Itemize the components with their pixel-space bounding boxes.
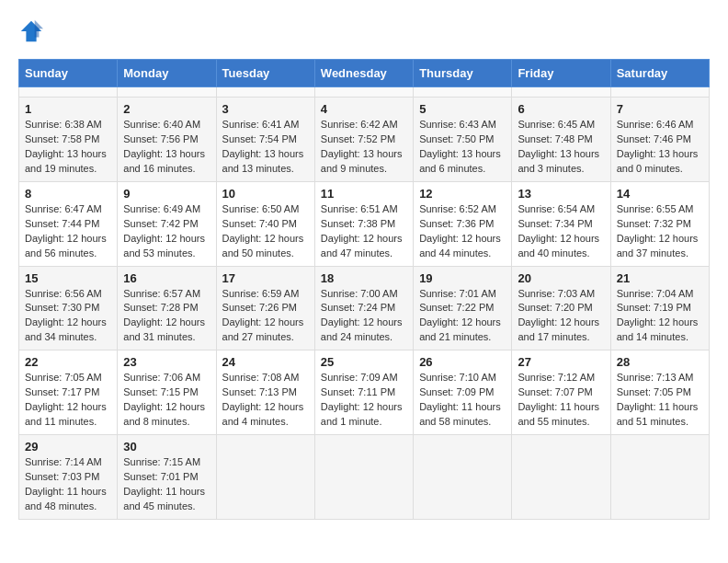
day-info: Sunrise: 6:56 AM Sunset: 7:30 PM Dayligh… <box>25 287 111 346</box>
calendar-cell: 6Sunrise: 6:45 AM Sunset: 7:48 PM Daylig… <box>512 98 610 182</box>
day-number: 5 <box>419 102 506 116</box>
calendar-cell <box>118 87 216 98</box>
day-number: 2 <box>123 102 210 116</box>
day-number: 11 <box>321 187 407 201</box>
day-info: Sunrise: 7:10 AM Sunset: 7:09 PM Dayligh… <box>419 371 506 430</box>
day-info: Sunrise: 6:50 AM Sunset: 7:40 PM Dayligh… <box>222 202 309 261</box>
day-number: 3 <box>222 102 309 116</box>
day-info: Sunrise: 6:41 AM Sunset: 7:54 PM Dayligh… <box>222 118 309 177</box>
day-number: 12 <box>419 187 506 201</box>
logo <box>18 18 48 44</box>
col-header-thursday: Thursday <box>414 60 512 87</box>
calendar-cell: 1Sunrise: 6:38 AM Sunset: 7:58 PM Daylig… <box>19 98 118 182</box>
day-number: 18 <box>321 271 407 285</box>
calendar-cell: 7Sunrise: 6:46 AM Sunset: 7:46 PM Daylig… <box>610 98 709 182</box>
day-info: Sunrise: 6:52 AM Sunset: 7:36 PM Dayligh… <box>419 202 506 261</box>
col-header-sunday: Sunday <box>19 60 118 87</box>
calendar-cell: 20Sunrise: 7:03 AM Sunset: 7:20 PM Dayli… <box>512 266 610 350</box>
day-number: 25 <box>321 355 407 369</box>
day-info: Sunrise: 6:51 AM Sunset: 7:38 PM Dayligh… <box>321 202 407 261</box>
day-info: Sunrise: 6:46 AM Sunset: 7:46 PM Dayligh… <box>617 118 703 177</box>
day-info: Sunrise: 6:38 AM Sunset: 7:58 PM Dayligh… <box>25 118 111 177</box>
col-header-tuesday: Tuesday <box>216 60 314 87</box>
calendar-cell: 28Sunrise: 7:13 AM Sunset: 7:05 PM Dayli… <box>610 350 709 435</box>
day-number: 16 <box>123 271 210 285</box>
calendar-cell: 8Sunrise: 6:47 AM Sunset: 7:44 PM Daylig… <box>19 181 118 266</box>
calendar-cell: 22Sunrise: 7:05 AM Sunset: 7:17 PM Dayli… <box>19 350 118 435</box>
calendar-week-row <box>19 87 710 98</box>
logo-icon <box>18 18 44 44</box>
day-info: Sunrise: 7:00 AM Sunset: 7:24 PM Dayligh… <box>321 287 407 346</box>
calendar-week-row: 1Sunrise: 6:38 AM Sunset: 7:58 PM Daylig… <box>19 98 710 182</box>
page-header <box>18 18 710 44</box>
calendar-cell <box>314 87 413 98</box>
day-info: Sunrise: 6:55 AM Sunset: 7:32 PM Dayligh… <box>617 202 703 261</box>
day-number: 8 <box>25 187 111 201</box>
day-info: Sunrise: 6:43 AM Sunset: 7:50 PM Dayligh… <box>419 118 506 177</box>
day-number: 20 <box>518 271 604 285</box>
calendar-cell <box>414 435 512 520</box>
day-info: Sunrise: 7:09 AM Sunset: 7:11 PM Dayligh… <box>321 371 407 430</box>
calendar-cell <box>512 87 610 98</box>
calendar-cell: 13Sunrise: 6:54 AM Sunset: 7:34 PM Dayli… <box>512 181 610 266</box>
day-info: Sunrise: 7:13 AM Sunset: 7:05 PM Dayligh… <box>617 371 703 430</box>
day-info: Sunrise: 7:01 AM Sunset: 7:22 PM Dayligh… <box>419 287 506 346</box>
day-info: Sunrise: 6:40 AM Sunset: 7:56 PM Dayligh… <box>123 118 210 177</box>
day-info: Sunrise: 7:08 AM Sunset: 7:13 PM Dayligh… <box>222 371 309 430</box>
calendar-cell: 29Sunrise: 7:14 AM Sunset: 7:03 PM Dayli… <box>19 435 118 520</box>
day-number: 23 <box>123 355 210 369</box>
day-info: Sunrise: 6:59 AM Sunset: 7:26 PM Dayligh… <box>222 287 309 346</box>
day-number: 21 <box>617 271 703 285</box>
day-number: 13 <box>518 187 604 201</box>
day-number: 27 <box>518 355 604 369</box>
day-info: Sunrise: 7:04 AM Sunset: 7:19 PM Dayligh… <box>617 287 703 346</box>
day-number: 14 <box>617 187 703 201</box>
calendar-table: SundayMondayTuesdayWednesdayThursdayFrid… <box>18 59 710 520</box>
col-header-friday: Friday <box>512 60 610 87</box>
calendar-cell <box>414 87 512 98</box>
day-number: 30 <box>123 440 210 454</box>
calendar-cell: 18Sunrise: 7:00 AM Sunset: 7:24 PM Dayli… <box>314 266 413 350</box>
day-info: Sunrise: 6:42 AM Sunset: 7:52 PM Dayligh… <box>321 118 407 177</box>
calendar-cell: 11Sunrise: 6:51 AM Sunset: 7:38 PM Dayli… <box>314 181 413 266</box>
day-info: Sunrise: 7:05 AM Sunset: 7:17 PM Dayligh… <box>25 371 111 430</box>
day-number: 17 <box>222 271 309 285</box>
day-number: 28 <box>617 355 703 369</box>
day-number: 10 <box>222 187 309 201</box>
calendar-cell: 25Sunrise: 7:09 AM Sunset: 7:11 PM Dayli… <box>314 350 413 435</box>
calendar-cell <box>216 435 314 520</box>
calendar-cell: 26Sunrise: 7:10 AM Sunset: 7:09 PM Dayli… <box>414 350 512 435</box>
col-header-wednesday: Wednesday <box>314 60 413 87</box>
calendar-cell: 23Sunrise: 7:06 AM Sunset: 7:15 PM Dayli… <box>118 350 216 435</box>
day-info: Sunrise: 7:15 AM Sunset: 7:01 PM Dayligh… <box>123 455 210 514</box>
calendar-header-row: SundayMondayTuesdayWednesdayThursdayFrid… <box>19 60 710 87</box>
day-number: 26 <box>419 355 506 369</box>
calendar-cell <box>610 435 709 520</box>
calendar-cell: 12Sunrise: 6:52 AM Sunset: 7:36 PM Dayli… <box>414 181 512 266</box>
day-number: 4 <box>321 102 407 116</box>
calendar-cell: 5Sunrise: 6:43 AM Sunset: 7:50 PM Daylig… <box>414 98 512 182</box>
calendar-cell: 27Sunrise: 7:12 AM Sunset: 7:07 PM Dayli… <box>512 350 610 435</box>
day-info: Sunrise: 7:06 AM Sunset: 7:15 PM Dayligh… <box>123 371 210 430</box>
calendar-cell: 10Sunrise: 6:50 AM Sunset: 7:40 PM Dayli… <box>216 181 314 266</box>
col-header-monday: Monday <box>118 60 216 87</box>
calendar-week-row: 8Sunrise: 6:47 AM Sunset: 7:44 PM Daylig… <box>19 181 710 266</box>
day-info: Sunrise: 7:03 AM Sunset: 7:20 PM Dayligh… <box>518 287 604 346</box>
calendar-cell: 21Sunrise: 7:04 AM Sunset: 7:19 PM Dayli… <box>610 266 709 350</box>
calendar-week-row: 29Sunrise: 7:14 AM Sunset: 7:03 PM Dayli… <box>19 435 710 520</box>
calendar-cell: 3Sunrise: 6:41 AM Sunset: 7:54 PM Daylig… <box>216 98 314 182</box>
day-number: 29 <box>25 440 111 454</box>
calendar-cell: 4Sunrise: 6:42 AM Sunset: 7:52 PM Daylig… <box>314 98 413 182</box>
day-info: Sunrise: 6:57 AM Sunset: 7:28 PM Dayligh… <box>123 287 210 346</box>
day-info: Sunrise: 6:49 AM Sunset: 7:42 PM Dayligh… <box>123 202 210 261</box>
calendar-cell: 2Sunrise: 6:40 AM Sunset: 7:56 PM Daylig… <box>118 98 216 182</box>
day-number: 19 <box>419 271 506 285</box>
calendar-cell: 24Sunrise: 7:08 AM Sunset: 7:13 PM Dayli… <box>216 350 314 435</box>
day-number: 15 <box>25 271 111 285</box>
day-info: Sunrise: 6:54 AM Sunset: 7:34 PM Dayligh… <box>518 202 604 261</box>
day-number: 9 <box>123 187 210 201</box>
calendar-cell: 14Sunrise: 6:55 AM Sunset: 7:32 PM Dayli… <box>610 181 709 266</box>
calendar-week-row: 15Sunrise: 6:56 AM Sunset: 7:30 PM Dayli… <box>19 266 710 350</box>
calendar-cell: 30Sunrise: 7:15 AM Sunset: 7:01 PM Dayli… <box>118 435 216 520</box>
day-number: 22 <box>25 355 111 369</box>
